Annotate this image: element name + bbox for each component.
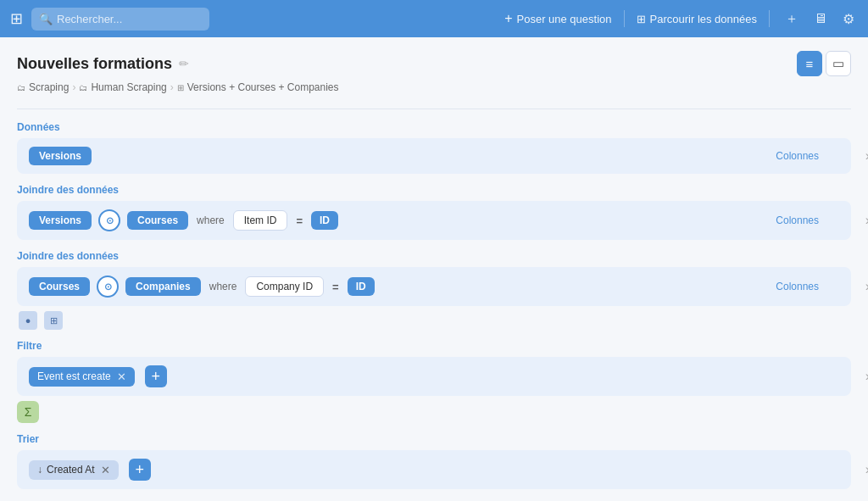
- colonnes-label-2[interactable]: Colonnes: [776, 214, 819, 226]
- breadcrumb-item-2[interactable]: Human Scraping: [91, 81, 166, 93]
- grid-menu-icon[interactable]: ⊞: [10, 9, 23, 28]
- page-title: Nouvelles formations: [17, 55, 172, 73]
- filter-chip-close[interactable]: ✕: [117, 370, 126, 383]
- filter-chip[interactable]: Event est create ✕: [29, 367, 135, 387]
- join1-field1[interactable]: Item ID: [233, 210, 288, 231]
- circle-tool-icon[interactable]: ●: [19, 311, 37, 330]
- breadcrumb-icon-1: 🗂: [17, 83, 25, 92]
- breadcrumb-sep-1: ›: [72, 81, 75, 93]
- search-icon: 🔍: [39, 13, 53, 25]
- card-view-button[interactable]: ▭: [826, 51, 851, 76]
- sort-row: ↓ Created At ✕ + ›: [17, 450, 851, 489]
- join-section-label-1: Joindre des données: [17, 184, 851, 196]
- search-wrap: 🔍: [31, 8, 286, 31]
- join2-field1[interactable]: Company ID: [245, 276, 324, 297]
- join-section-2: Joindre des données Courses ⊙ Companies …: [17, 250, 851, 330]
- breadcrumb-icon-2: 🗂: [79, 83, 87, 92]
- main-content: Nouvelles formations ✏ ≡ ▭ 🗂 Scraping › …: [0, 37, 868, 501]
- join1-chip2[interactable]: Courses: [127, 211, 188, 230]
- sort-section: Trier ↓ Created At ✕ + ›: [17, 433, 851, 489]
- breadcrumb-item-3[interactable]: Versions + Courses + Companies: [187, 81, 339, 93]
- data-section-label: Données: [17, 121, 851, 133]
- sort-section-label: Trier: [17, 433, 851, 445]
- join-row-2: Courses ⊙ Companies where Company ID = I…: [17, 267, 851, 306]
- join1-eq: =: [291, 214, 308, 227]
- sigma-badge[interactable]: Σ: [17, 401, 39, 423]
- divider-2: [769, 10, 770, 27]
- filter-add-button[interactable]: +: [145, 365, 167, 387]
- join2-eq: =: [327, 281, 344, 293]
- data-row: Versions Colonnes ›: [17, 138, 851, 174]
- filter-chip-label: Event est create: [37, 370, 111, 382]
- join1-join-icon[interactable]: ⊙: [98, 209, 120, 231]
- join-section-1: Joindre des données Versions ⊙ Courses w…: [17, 184, 851, 240]
- search-input[interactable]: [31, 8, 209, 31]
- top-navigation: ⊞ 🔍 + Poser une question ⊞ Parcourir les…: [0, 0, 868, 37]
- sort-chip-close[interactable]: ✕: [101, 464, 110, 476]
- browse-icon: ⊞: [637, 13, 646, 25]
- breadcrumb-sep-2: ›: [170, 81, 174, 93]
- view-buttons: ≡ ▭: [797, 51, 851, 76]
- filter-section-label: Filtre: [17, 340, 851, 352]
- breadcrumb: 🗂 Scraping › 🗂 Human Scraping › ⊞ Versio…: [17, 81, 851, 93]
- settings-icon-button[interactable]: ⚙: [839, 8, 858, 31]
- versions-chip[interactable]: Versions: [29, 147, 92, 165]
- sort-down-arrow: ↓: [37, 464, 42, 476]
- edit-icon[interactable]: ✏: [179, 57, 189, 70]
- join2-join-icon[interactable]: ⊙: [97, 276, 119, 298]
- filter-section: Filtre Event est create ✕ + › Σ: [17, 340, 851, 423]
- page-header: Nouvelles formations ✏ ≡ ▭: [17, 51, 851, 76]
- browse-data-label: Parcourir les données: [650, 13, 757, 25]
- breadcrumb-icon-3: ⊞: [177, 83, 184, 92]
- data-section: Données Versions Colonnes ›: [17, 121, 851, 174]
- table-view-button[interactable]: ≡: [797, 51, 822, 76]
- join1-field2[interactable]: ID: [311, 211, 338, 230]
- divider-1: [624, 10, 625, 27]
- join2-chip2[interactable]: Companies: [125, 277, 201, 296]
- join2-field2[interactable]: ID: [348, 277, 375, 296]
- plus-icon: +: [504, 11, 512, 26]
- breadcrumb-item-1[interactable]: Scraping: [29, 81, 69, 93]
- add-icon-button[interactable]: ＋: [782, 7, 802, 31]
- filter-row: Event est create ✕ + ›: [17, 357, 851, 396]
- join-row-1: Versions ⊙ Courses where Item ID = ID Co…: [17, 201, 851, 240]
- sort-chip[interactable]: ↓ Created At ✕: [29, 460, 119, 480]
- monitor-icon-button[interactable]: 🖥: [810, 8, 831, 30]
- colonnes-label-1[interactable]: Colonnes: [776, 150, 819, 162]
- join1-chip1[interactable]: Versions: [29, 211, 92, 230]
- browse-data-button[interactable]: ⊞ Parcourir les données: [637, 13, 757, 25]
- tool-row: ● ⊞: [19, 311, 851, 330]
- join2-where: where: [209, 281, 237, 292]
- join-section-label-2: Joindre des données: [17, 250, 851, 262]
- join2-chip1[interactable]: Courses: [29, 277, 90, 296]
- sort-chip-label: Created At: [47, 464, 95, 476]
- join1-where: where: [197, 214, 225, 226]
- ask-question-label: Poser une question: [517, 13, 612, 25]
- sort-add-button[interactable]: +: [129, 459, 151, 481]
- page-title-wrap: Nouvelles formations ✏: [17, 55, 189, 73]
- colonnes-label-3[interactable]: Colonnes: [776, 281, 819, 292]
- ask-question-button[interactable]: + Poser une question: [504, 11, 611, 26]
- divider-line: [17, 109, 851, 109]
- grid-tool-icon[interactable]: ⊞: [44, 311, 63, 330]
